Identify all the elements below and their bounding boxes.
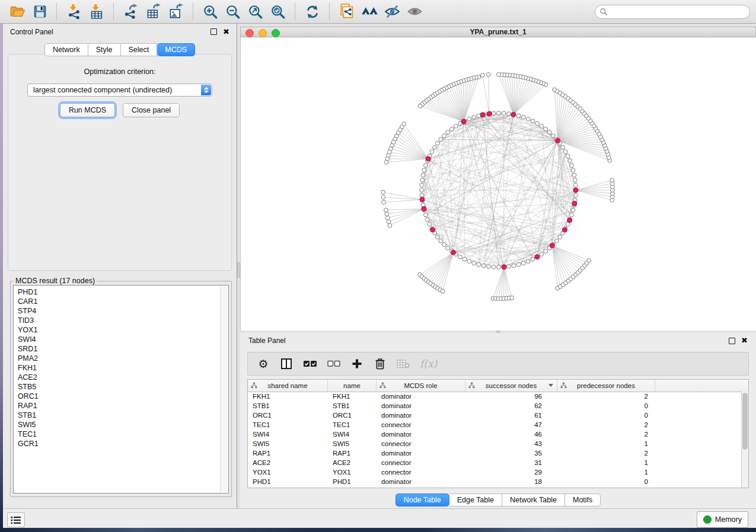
mcds-result-item[interactable]: STP4 <box>18 306 224 316</box>
table-cell: SWI4 <box>248 431 328 438</box>
network-window-titlebar[interactable]: YPA_prune.txt_1 <box>240 27 756 37</box>
import-network-icon[interactable] <box>65 2 84 21</box>
task-history-button[interactable] <box>7 512 25 527</box>
run-mcds-button[interactable]: Run MCDS <box>60 103 115 117</box>
close-panel-button[interactable]: Close panel <box>123 103 180 117</box>
export-image-icon[interactable] <box>167 2 186 21</box>
column-label: MCDS role <box>404 382 437 389</box>
main-toolbar <box>0 0 756 24</box>
table-row[interactable]: YOX1YOX1connector291 <box>248 467 742 477</box>
memory-button[interactable]: Memory <box>697 511 748 528</box>
sort-descending-icon[interactable] <box>548 384 553 387</box>
mcds-result-item[interactable]: ORC1 <box>18 392 224 401</box>
hide-selected-eye-slash-icon[interactable] <box>382 2 401 21</box>
column-header-successor-nodes[interactable]: successor nodes <box>465 380 557 392</box>
mcds-result-item[interactable]: TID3 <box>18 316 224 325</box>
export-table-icon[interactable] <box>144 2 163 21</box>
deselect-all-checks-icon[interactable] <box>327 357 340 371</box>
mcds-result-item[interactable]: SRD1 <box>18 344 224 354</box>
tab-mcds[interactable]: MCDS <box>157 43 195 56</box>
table-row[interactable]: STB1STB1dominator620 <box>248 401 742 411</box>
minimize-window-icon[interactable] <box>259 29 267 37</box>
tab-edge-table[interactable]: Edge Table <box>449 493 502 507</box>
network-canvas[interactable] <box>240 37 756 331</box>
delete-table-icon[interactable] <box>397 357 410 371</box>
column-panes-icon[interactable] <box>280 357 293 371</box>
export-network-icon[interactable] <box>122 2 141 21</box>
close-panel-icon[interactable]: ✖ <box>223 29 229 35</box>
network-view-window: YPA_prune.txt_1 <box>240 27 756 331</box>
tab-motifs[interactable]: Motifs <box>565 493 601 507</box>
tab-style[interactable]: Style <box>88 43 121 56</box>
table-row[interactable]: SWI4SWI4dominator462 <box>248 430 742 439</box>
select-stepper-icon <box>201 85 211 95</box>
table-scrollbar-thumb[interactable] <box>742 393 748 450</box>
select-all-checks-icon[interactable] <box>303 357 317 371</box>
mcds-result-item[interactable]: SWI4 <box>18 335 224 344</box>
table-cell: connector <box>377 459 465 466</box>
mcds-list-scrollbar[interactable] <box>220 286 228 492</box>
first-neighbors-icon[interactable] <box>360 2 379 21</box>
network-graph[interactable] <box>241 37 756 331</box>
open-folder-icon[interactable] <box>8 2 27 21</box>
column-label: shared name <box>267 382 307 389</box>
delete-column-trash-icon[interactable] <box>374 357 387 371</box>
zoom-selected-icon[interactable] <box>269 2 288 21</box>
mcds-result-item[interactable]: TEC1 <box>18 430 224 439</box>
table-panel-header: Table Panel ✖ <box>240 333 756 348</box>
settings-gear-icon[interactable]: ⚙ <box>257 357 270 371</box>
float-panel-icon[interactable] <box>210 28 217 35</box>
mcds-result-item[interactable]: RAP1 <box>18 401 224 411</box>
mcds-result-item[interactable]: SWI5 <box>18 420 224 430</box>
tab-select[interactable]: Select <box>121 43 158 56</box>
table-row[interactable]: PHD1PHD1dominator180 <box>248 477 742 486</box>
table-cell: 29 <box>465 469 557 476</box>
table-row[interactable]: FKH1FKH1dominator962 <box>248 392 742 401</box>
column-header-shared-name[interactable]: shared name <box>248 380 328 392</box>
maximize-window-icon[interactable] <box>272 29 280 37</box>
float-table-panel-icon[interactable] <box>729 338 735 344</box>
close-window-icon[interactable] <box>245 29 254 37</box>
zoom-fit-icon[interactable] <box>246 2 265 21</box>
tab-network[interactable]: Network <box>44 43 88 56</box>
criterion-select[interactable]: largest connected component (undirected) <box>27 84 212 97</box>
table-row[interactable]: ACE2ACE2connector311 <box>248 458 742 467</box>
mcds-result-item[interactable]: PHD1 <box>18 287 224 297</box>
table-row[interactable]: RAP1RAP1dominator352 <box>248 448 742 458</box>
table-scrollbar[interactable] <box>741 392 748 488</box>
show-all-eye-icon[interactable] <box>405 2 424 21</box>
column-type-icon <box>251 382 257 390</box>
column-type-icon <box>560 382 567 390</box>
mcds-result-item[interactable]: GCR1 <box>18 439 224 448</box>
zoom-in-icon[interactable] <box>201 2 220 21</box>
table-cell: 47 <box>465 421 557 428</box>
table-cell: 0 <box>557 402 655 409</box>
close-table-panel-icon[interactable]: ✖ <box>741 338 748 344</box>
tab-node-table[interactable]: Node Table <box>395 493 449 507</box>
refresh-icon[interactable] <box>303 2 322 21</box>
column-header-mcds-role[interactable]: MCDS role <box>377 380 465 392</box>
mcds-result-item[interactable]: YOX1 <box>18 325 224 335</box>
column-header-predecessor-nodes[interactable]: predecessor nodes <box>557 380 655 392</box>
table-cell: dominator <box>377 393 465 400</box>
table-row[interactable]: SWI5SWI5connector431 <box>248 439 742 448</box>
mcds-result-item[interactable]: ACE2 <box>18 373 224 382</box>
mcds-result-item[interactable]: CAR1 <box>18 297 224 306</box>
mcds-result-item[interactable]: STB1 <box>18 411 224 420</box>
search-input[interactable] <box>595 5 750 19</box>
add-column-icon[interactable] <box>350 357 363 371</box>
import-table-icon[interactable] <box>87 2 106 21</box>
zoom-out-icon[interactable] <box>224 2 243 21</box>
mcds-result-item[interactable]: FKH1 <box>18 363 224 373</box>
toolbar-separator <box>193 4 194 20</box>
column-header-name[interactable]: name <box>328 380 377 392</box>
function-builder-icon[interactable]: f(x) <box>420 357 437 371</box>
clone-network-icon[interactable] <box>337 2 356 21</box>
table-row[interactable]: ORC1ORC1dominator610 <box>248 411 742 420</box>
table-cell: SWI4 <box>328 431 377 438</box>
mcds-result-item[interactable]: STB5 <box>18 382 224 392</box>
mcds-result-item[interactable]: PMA2 <box>18 354 224 363</box>
save-icon[interactable] <box>30 2 49 21</box>
tab-network-table[interactable]: Network Table <box>502 493 565 507</box>
table-row[interactable]: TEC1TEC1connector472 <box>248 420 742 430</box>
